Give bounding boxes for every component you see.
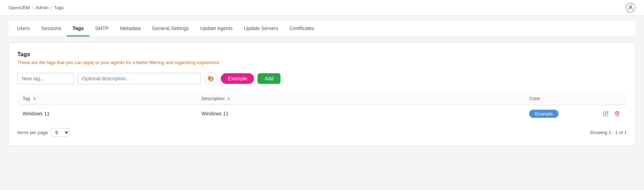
add-tag-form: 🎨 Example Add: [17, 72, 627, 85]
card-title: Tags: [17, 51, 627, 58]
table-row: Windows 11 Windows 11 Example: [18, 105, 627, 122]
items-per-page-label: Items per page: [17, 130, 48, 135]
col-header-description: Description ⇅: [196, 92, 524, 105]
tab-update-agents[interactable]: Update Agents: [195, 21, 238, 36]
color-picker-button[interactable]: 🎨: [205, 72, 217, 85]
tag-name-cell: Windows 11: [18, 105, 197, 122]
col-header-tag: Tag ⇅: [18, 92, 197, 105]
tags-card: Tags These are the tags that you can app…: [8, 42, 636, 146]
breadcrumb-sep-1: /: [32, 5, 34, 10]
tab-update-servers[interactable]: Update Servers: [238, 21, 284, 36]
items-per-page-control: Items per page 5 10 25: [17, 128, 70, 137]
breadcrumb-admin[interactable]: Admin: [35, 5, 48, 10]
tab-tags[interactable]: Tags: [67, 21, 89, 36]
tab-general-settings[interactable]: General Settings: [146, 21, 194, 36]
breadcrumb-sep-2: /: [51, 5, 52, 10]
col-header-actions: [597, 92, 627, 105]
tags-table: Tag ⇅ Description ⇅ Color Windo: [17, 92, 627, 122]
add-tag-button[interactable]: Add: [258, 73, 280, 84]
description-sort-icon[interactable]: ⇅: [227, 97, 230, 101]
tab-bar: Users Sessions Tags SMTP Metadata Genera…: [8, 21, 636, 37]
tab-metadata[interactable]: Metadata: [114, 21, 146, 36]
new-tag-input[interactable]: [17, 73, 74, 84]
breadcrumb-home[interactable]: OpenUEM: [8, 5, 30, 10]
tag-color-cell: Example: [524, 105, 597, 122]
tab-users[interactable]: Users: [11, 21, 36, 36]
tag-description-input[interactable]: [77, 73, 201, 84]
tag-sort-icon[interactable]: ⇅: [33, 97, 36, 101]
tag-description-cell: Windows 11: [196, 105, 524, 122]
example-color-button[interactable]: Example: [221, 73, 254, 84]
showing-text: Showing 1 - 1 of 1: [590, 130, 627, 135]
delete-tag-button[interactable]: [613, 109, 621, 118]
svg-point-0: [630, 6, 632, 8]
breadcrumb-current: Tags: [54, 5, 64, 10]
items-per-page-select[interactable]: 5 10 25: [51, 128, 70, 137]
breadcrumb: OpenUEM / Admin / Tags: [8, 5, 64, 10]
tab-certificates[interactable]: Certificates: [284, 21, 320, 36]
pagination-row: Items per page 5 10 25 Showing 1 - 1 of …: [17, 128, 627, 137]
tab-smtp[interactable]: SMTP: [89, 21, 114, 36]
tag-actions-cell: [597, 105, 627, 122]
palette-icon: 🎨: [207, 75, 214, 82]
tag-color-badge: Example: [529, 110, 559, 118]
edit-tag-button[interactable]: [602, 109, 610, 118]
card-subtitle: These are the tags that you can apply to…: [17, 60, 627, 65]
user-avatar[interactable]: [626, 3, 636, 13]
tab-sessions[interactable]: Sessions: [36, 21, 67, 36]
col-header-color: Color: [524, 92, 597, 105]
